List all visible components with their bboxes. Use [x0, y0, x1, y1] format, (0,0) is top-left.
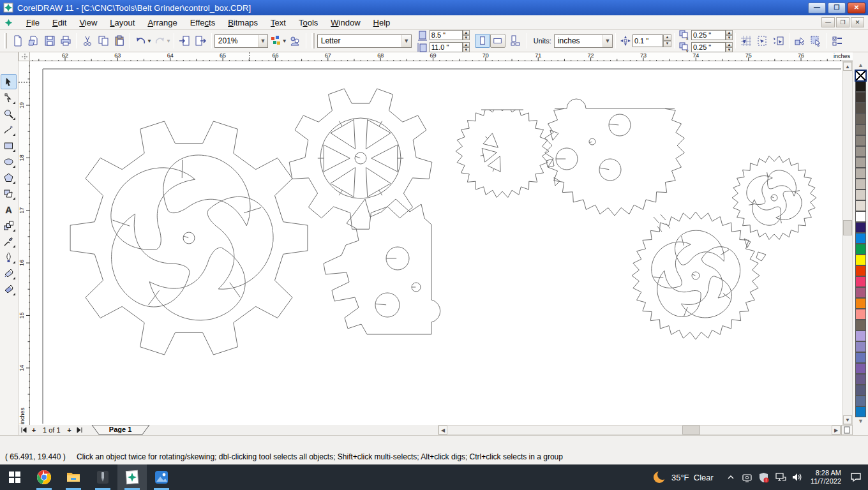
export-button[interactable]: [193, 33, 209, 48]
new-document-button[interactable]: [10, 33, 26, 48]
save-button[interactable]: [41, 33, 57, 48]
horizontal-scroll-thumb[interactable]: [682, 426, 700, 434]
menu-layout[interactable]: Layout: [103, 16, 141, 29]
taskbar-app-explorer[interactable]: [59, 464, 88, 490]
palette-color-swatch[interactable]: [855, 320, 866, 330]
scroll-up-arrow[interactable]: ▲: [843, 62, 852, 71]
duplicate-x-down[interactable]: ▼: [726, 35, 733, 40]
duplicate-y-down[interactable]: ▼: [726, 47, 733, 52]
restore-button[interactable]: ❐: [828, 3, 846, 13]
horizontal-scrollbar[interactable]: ◀ ▶: [438, 425, 841, 435]
portrait-button[interactable]: [475, 34, 490, 48]
tool-shape[interactable]: [1, 90, 17, 105]
menu-bitmaps[interactable]: Bitmaps: [221, 16, 264, 29]
nudge-offset-field[interactable]: 0.1 ": [632, 34, 663, 47]
propertybar-grip[interactable]: [311, 33, 315, 48]
menu-arrange[interactable]: Arrange: [141, 16, 183, 29]
taskbar-app-photos[interactable]: [147, 464, 176, 490]
document-navigator-button[interactable]: [841, 425, 853, 435]
paste-button[interactable]: [111, 33, 127, 48]
duplicate-y-field[interactable]: 0.25 ": [691, 42, 726, 52]
copy-button[interactable]: [95, 33, 111, 48]
close-button[interactable]: ✕: [848, 3, 865, 13]
palette-color-swatch[interactable]: [855, 363, 866, 374]
scroll-down-arrow[interactable]: ▼: [843, 415, 852, 424]
horizontal-ruler[interactable]: 626364656667686970717273747576inches: [30, 52, 853, 61]
corel-online-button[interactable]: [287, 33, 303, 48]
taskbar-app-chrome[interactable]: [29, 464, 59, 490]
tool-pick[interactable]: [1, 74, 17, 89]
palette-color-swatch[interactable]: [855, 222, 866, 233]
paper-width-field[interactable]: 8.5 ": [430, 30, 463, 40]
vertical-ruler[interactable]: 191817161514inches: [19, 61, 30, 425]
taskbar-app-coreldraw[interactable]: [117, 464, 147, 490]
palette-color-swatch[interactable]: [855, 135, 866, 146]
palette-color-swatch[interactable]: [855, 146, 866, 157]
menu-file[interactable]: File: [20, 16, 46, 29]
treat-as-filled-button[interactable]: [792, 33, 808, 48]
taskbar-app-pen-app[interactable]: [88, 464, 117, 490]
scroll-left-arrow[interactable]: ◀: [438, 426, 447, 434]
snap-to-guidelines-button[interactable]: [754, 33, 770, 48]
palette-color-swatch[interactable]: [855, 265, 866, 276]
palette-color-swatch[interactable]: [855, 211, 866, 222]
palette-color-swatch[interactable]: [855, 168, 866, 179]
clock[interactable]: 8:28 AM 11/7/2022: [811, 469, 841, 486]
cut-button[interactable]: [79, 33, 95, 48]
vertical-scrollbar[interactable]: ▲ ▼: [842, 61, 853, 425]
tool-interactive-fill[interactable]: [1, 281, 17, 297]
paper-height-field[interactable]: 11.0 ": [430, 42, 463, 52]
hidden-icons-chevron[interactable]: [722, 464, 739, 490]
mdi-minimize-button[interactable]: —: [821, 17, 835, 27]
cast-icon[interactable]: [739, 464, 756, 490]
tool-polygon[interactable]: [1, 170, 17, 185]
security-shield-icon[interactable]: !: [756, 464, 772, 490]
ruler-origin-corner[interactable]: [19, 52, 30, 61]
palette-color-swatch[interactable]: [855, 255, 866, 265]
menu-view[interactable]: View: [73, 16, 103, 29]
palette-color-swatch[interactable]: [855, 341, 866, 352]
palette-color-swatch[interactable]: [855, 309, 866, 320]
redo-dropdown[interactable]: ▼: [166, 38, 171, 44]
tool-fill[interactable]: [1, 265, 17, 281]
tool-outline[interactable]: [1, 249, 17, 265]
menu-window[interactable]: Window: [324, 16, 366, 29]
palette-color-swatch[interactable]: [855, 103, 866, 114]
palette-color-swatch[interactable]: [855, 200, 866, 211]
start-button[interactable]: [0, 464, 29, 490]
tool-freehand[interactable]: [1, 122, 17, 137]
zoom-level-combo[interactable]: 201%▼: [214, 34, 268, 48]
palette-color-swatch[interactable]: [855, 276, 866, 287]
tool-rectangle[interactable]: [1, 138, 17, 153]
palette-color-swatch[interactable]: [855, 81, 866, 92]
palette-color-swatch[interactable]: [855, 330, 866, 341]
palette-no-color-swatch[interactable]: [855, 70, 866, 81]
paper-width-down[interactable]: ▼: [463, 35, 470, 40]
tool-basic-shapes[interactable]: [1, 186, 17, 201]
menu-edit[interactable]: Edit: [46, 16, 73, 29]
network-icon[interactable]: [772, 464, 789, 490]
tool-eyedropper[interactable]: [1, 234, 17, 249]
menu-help[interactable]: Help: [367, 16, 397, 29]
minimize-button[interactable]: —: [808, 3, 826, 13]
nudge-up[interactable]: ▲: [663, 34, 671, 41]
weather-widget[interactable]: 35°F Clear: [652, 470, 714, 484]
nudge-down[interactable]: ▼: [663, 41, 671, 47]
vertical-scroll-thumb[interactable]: [843, 220, 852, 235]
tool-interactive-blend[interactable]: [1, 218, 17, 233]
tool-text[interactable]: A: [1, 202, 17, 217]
first-page-button[interactable]: [19, 426, 29, 434]
units-combo[interactable]: inches▼: [554, 34, 613, 48]
palette-scroll-down[interactable]: ▼: [855, 418, 867, 426]
snap-to-grid-button[interactable]: [738, 33, 754, 48]
palette-color-swatch[interactable]: [855, 287, 866, 298]
marquee-select-button[interactable]: [808, 33, 824, 48]
menu-tools[interactable]: Tools: [292, 16, 324, 29]
palette-color-swatch[interactable]: [855, 189, 866, 200]
duplicate-x-up[interactable]: ▲: [726, 30, 733, 35]
volume-icon[interactable]: [789, 464, 805, 490]
menu-effects[interactable]: Effects: [184, 16, 222, 29]
palette-scroll-up[interactable]: ▲: [855, 62, 867, 70]
open-button[interactable]: [26, 33, 41, 48]
action-center-icon[interactable]: [848, 464, 864, 490]
